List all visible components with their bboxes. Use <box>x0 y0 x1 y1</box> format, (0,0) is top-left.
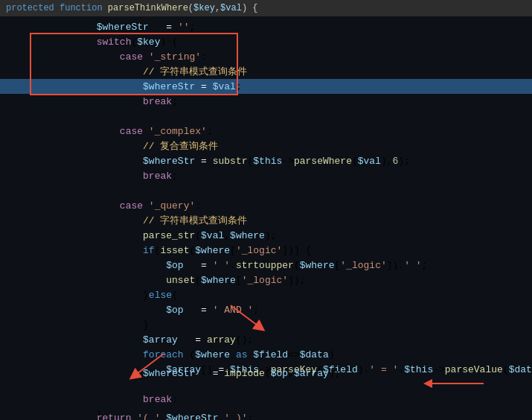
line-break2: break; <box>0 168 532 183</box>
code-body: $whereStr = ''; switch($key) { case '_st… <box>0 16 532 420</box>
code-container: protected function parseThinkWhere($key,… <box>0 0 532 420</box>
line-break1: break; <box>0 94 532 109</box>
